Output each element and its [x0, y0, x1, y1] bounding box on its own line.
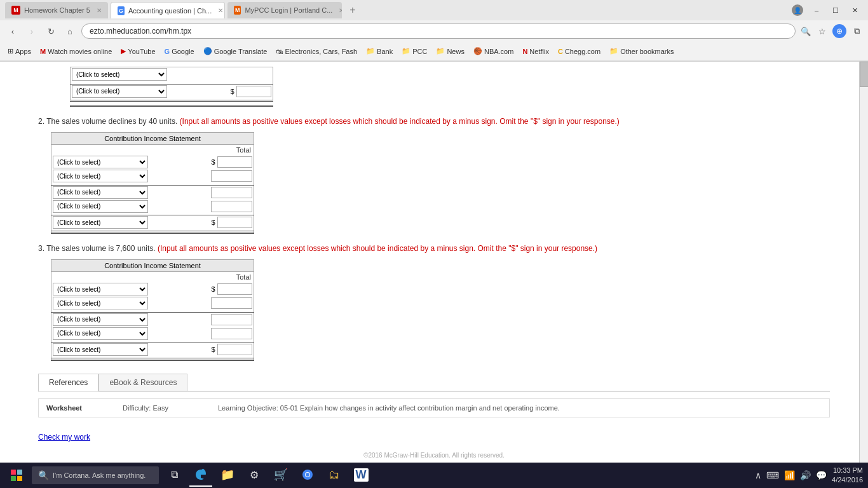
maximize-button[interactable]: ☐: [827, 4, 844, 17]
tabs-section: References eBook & Resources: [38, 374, 830, 392]
difficulty-label: Difficulty: Easy: [123, 404, 218, 412]
bookmark-apps-label: Apps: [15, 48, 31, 55]
tab-mypcc[interactable]: M MyPCC Login | Portland C... ✕: [227, 2, 342, 18]
question2-table: Contribution Income Statement Total (Cli…: [51, 132, 254, 234]
q3-table-title: Contribution Income Statement: [51, 260, 254, 272]
references-content: Worksheet Difficulty: Easy Learning Obje…: [38, 392, 830, 424]
google-icon: G: [165, 48, 170, 55]
q2-input-r4[interactable]: [211, 201, 252, 212]
search-icon[interactable]: 🔍: [799, 25, 812, 37]
q1-select-row1[interactable]: (Click to select): [72, 68, 167, 81]
bookmark-star-icon[interactable]: ☆: [816, 25, 829, 37]
bookmark-other-label: Other bookmarks: [620, 48, 674, 55]
forward-button[interactable]: ›: [24, 24, 39, 39]
back-button[interactable]: ‹: [5, 24, 20, 39]
address-icons: 🔍 ☆ ⊕ ⧉: [799, 24, 863, 38]
bookmark-news[interactable]: 📁 News: [432, 46, 468, 57]
question3-table: Contribution Income Statement Total (Cli…: [51, 259, 254, 361]
chrome-icon[interactable]: ⊕: [832, 24, 846, 38]
page-content: (Click to select) (Click to select): [0, 62, 868, 463]
bookmark-bank[interactable]: 📁 Bank: [362, 46, 397, 57]
bookmark-google[interactable]: G Google: [161, 46, 198, 57]
apps-grid-icon: ⊞: [8, 47, 13, 55]
q3-input-r2[interactable]: [211, 297, 252, 309]
q3-select-r2[interactable]: (Click to select): [53, 297, 148, 309]
question3: 3. The sales volume is 7,600 units. (Inp…: [38, 243, 830, 361]
q2-input-r1[interactable]: [217, 156, 252, 168]
tab-accounting[interactable]: G Accounting question | Ch... ✕: [111, 2, 225, 18]
close-button[interactable]: ✕: [846, 4, 863, 17]
q1-select-row2[interactable]: (Click to select): [72, 85, 167, 98]
bookmark-netflix-label: Netflix: [529, 48, 549, 55]
minimize-button[interactable]: –: [808, 4, 825, 17]
chegg-icon: C: [558, 48, 563, 55]
q2-input-r3[interactable]: [211, 187, 252, 198]
bookmark-translate[interactable]: 🔵 Google Translate: [200, 46, 271, 57]
q1-input-row2[interactable]: [236, 86, 271, 97]
bookmark-youtube[interactable]: ▶ YouTube: [117, 46, 159, 57]
scrollbar-thumb[interactable]: [860, 62, 868, 87]
q2-input-r2[interactable]: [211, 170, 252, 182]
address-bar: ‹ › ↻ ⌂ ezto.mheducation.com/hm.tpx 🔍 ☆ …: [0, 20, 868, 42]
bookmark-google-label: Google: [172, 48, 194, 55]
q3-input-r1[interactable]: [217, 283, 252, 295]
q2-select-r2[interactable]: (Click to select): [53, 170, 148, 182]
q3-input-r5[interactable]: [217, 344, 252, 355]
q2-select-r3[interactable]: (Click to select): [53, 186, 148, 199]
q1-partial: (Click to select) (Click to select): [38, 67, 830, 107]
window-controls: 👤 – ☐ ✕: [789, 4, 863, 17]
tab2-close[interactable]: ✕: [218, 7, 223, 14]
tab1-close[interactable]: ✕: [97, 7, 102, 14]
new-tab-button[interactable]: +: [344, 2, 361, 18]
question3-main-text: The sales volume is 7,600 units.: [46, 244, 158, 253]
bookmark-chegg-label: Chegg.com: [565, 48, 600, 55]
tab3-close[interactable]: ✕: [339, 7, 342, 14]
title-bar: M Homework Chapter 5 ✕ G Accounting ques…: [0, 0, 868, 20]
q3-input-r3[interactable]: [211, 314, 252, 325]
bookmark-apps[interactable]: ⊞ Apps: [4, 46, 35, 57]
url-text: ezto.mheducation.com/hm.tpx: [90, 27, 191, 36]
q3-select-r5[interactable]: (Click to select): [53, 343, 148, 356]
bookmark-netflix[interactable]: N Netflix: [519, 46, 553, 57]
profile-icon[interactable]: 👤: [789, 4, 806, 17]
q2-input-r5[interactable]: [217, 217, 252, 228]
refresh-button[interactable]: ↻: [43, 24, 58, 39]
q3-select-r3[interactable]: (Click to select): [53, 313, 148, 326]
bookmark-other[interactable]: 📁 Other bookmarks: [606, 46, 677, 57]
content-wrapper: (Click to select) (Click to select): [0, 62, 868, 463]
tab3-label: MyPCC Login | Portland C...: [245, 6, 332, 14]
check-work-link[interactable]: Check my work: [38, 433, 830, 442]
question3-number: 3.: [38, 244, 44, 253]
question3-instruction: (Input all amounts as positive values ex…: [158, 244, 597, 253]
bookmark-electronics[interactable]: 🛍 Electronics, Cars, Fash: [272, 46, 361, 57]
q3-select-r4[interactable]: (Click to select): [53, 327, 148, 340]
q2-select-r1[interactable]: (Click to select): [53, 156, 148, 168]
q3-select-r1[interactable]: (Click to select): [53, 283, 148, 295]
q2-table-title: Contribution Income Statement: [51, 133, 254, 145]
bookmark-movies[interactable]: M Watch movies online: [36, 46, 116, 57]
question2-text: 2. The sales volume declines by 40 units…: [38, 116, 830, 127]
scrollbar-track[interactable]: [859, 62, 868, 463]
worksheet-row: Worksheet Difficulty: Easy Learning Obje…: [38, 398, 830, 417]
bookmark-bank-label: Bank: [377, 48, 393, 55]
tab1-icon: M: [11, 6, 20, 15]
extensions-icon[interactable]: ⧉: [850, 25, 863, 37]
nba-icon: 🏀: [473, 47, 482, 55]
bookmark-nba[interactable]: 🏀 NBA.com: [470, 46, 517, 57]
url-bar[interactable]: ezto.mheducation.com/hm.tpx: [81, 24, 796, 39]
bookmark-chegg[interactable]: C Chegg.com: [554, 46, 604, 57]
bookmark-nba-label: NBA.com: [484, 48, 513, 55]
bookmark-pcc[interactable]: 📁 PCC: [398, 46, 431, 57]
tab1-label: Homework Chapter 5: [24, 6, 90, 14]
tab-homework[interactable]: M Homework Chapter 5 ✕: [5, 2, 108, 18]
tab-ebook[interactable]: eBook & Resources: [98, 374, 187, 391]
q2-select-r4[interactable]: (Click to select): [53, 200, 148, 213]
tab-references[interactable]: References: [38, 374, 98, 391]
q3-input-r4[interactable]: [211, 328, 252, 339]
folder-other-icon: 📁: [609, 47, 618, 55]
home-button[interactable]: ⌂: [62, 24, 78, 39]
q2-select-r5[interactable]: (Click to select): [53, 216, 148, 229]
question2-instruction: (Input all amounts as positive values ex…: [180, 117, 620, 126]
translate-icon: 🔵: [203, 47, 212, 55]
taskbar: 🔍 I'm Cortana. Ask me anything. ⧉ 📁 ⚙ 🛒 …: [0, 463, 868, 463]
